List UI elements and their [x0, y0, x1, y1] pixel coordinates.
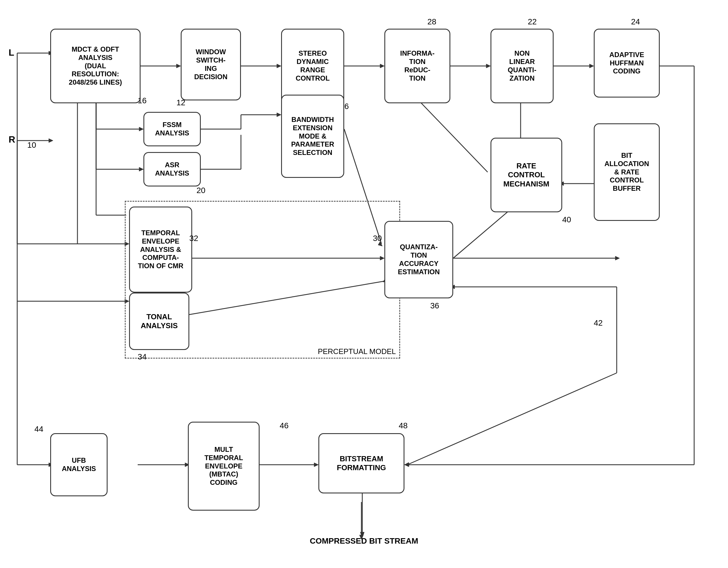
block-window: WINDOW SWITCH- ING DECISION: [181, 29, 241, 100]
block-fssm: FSSM ANALYSIS: [143, 112, 201, 146]
svg-marker-74: [360, 532, 364, 538]
R-label: R: [9, 134, 15, 145]
svg-marker-59: [314, 463, 318, 467]
block-mult: MULT TEMPORAL ENVELOPE (MBTAC) CODING: [188, 422, 260, 511]
block-bandwidth: BANDWIDTH EXTENSION MODE & PARAMETER SEL…: [281, 95, 344, 178]
ref-44: 44: [34, 425, 43, 434]
block-nonlinear: NON LINEAR QUANTI- ZATION: [490, 29, 554, 103]
ref-34: 34: [138, 352, 147, 361]
block-huffman: ADAPTIVE HUFFMAN CODING: [594, 29, 660, 98]
svg-marker-10: [380, 64, 384, 68]
block-stereo: STEREO DYNAMIC RANGE CONTROL: [281, 29, 344, 103]
ref-48: 48: [399, 421, 408, 430]
ref-16: 16: [138, 96, 147, 105]
block-ufb: UFB ANALYSIS: [50, 433, 108, 496]
block-mdct: MDCT & ODFT ANALYSIS (DUAL RESOLUTION: 2…: [50, 29, 141, 103]
ref-40: 40: [562, 215, 571, 224]
diagram: L R 10 MDCT & ODFT ANALYSIS (DUAL RESOLU…: [0, 0, 728, 568]
svg-marker-27: [277, 113, 281, 117]
block-rate: RATE CONTROL MECHANISM: [490, 138, 562, 212]
ref-36: 36: [430, 301, 439, 310]
svg-marker-70: [615, 256, 620, 260]
svg-marker-65: [404, 463, 409, 467]
block-asr: ASR ANALYSIS: [143, 152, 201, 186]
ref-32: 32: [189, 234, 198, 243]
block-bit: BIT ALLOCATION & RATE CONTROL BUFFER: [594, 123, 660, 221]
svg-marker-20: [139, 167, 143, 171]
block-quant: QUANTIZA- TION ACCURACY ESTIMATION: [384, 221, 453, 298]
svg-marker-68: [404, 462, 409, 466]
svg-marker-17: [139, 127, 143, 131]
svg-line-67: [407, 373, 617, 465]
svg-marker-12: [486, 64, 490, 68]
ref-28: 28: [427, 17, 436, 26]
L-label: L: [9, 47, 14, 58]
svg-marker-3: [49, 139, 53, 143]
perceptual-label: PERCEPTUAL MODEL: [314, 345, 399, 358]
ref-22: 22: [528, 17, 537, 26]
block-bitstream: BITSTREAM FORMATTING: [318, 433, 404, 493]
ref-12: 12: [176, 98, 185, 107]
block-info: INFORMA- TION ReDUC- TION: [384, 29, 450, 103]
ref-42: 42: [594, 318, 603, 328]
svg-marker-8: [277, 64, 281, 68]
ref-20: 20: [196, 186, 205, 195]
svg-marker-14: [589, 64, 594, 68]
block-temporal: TEMPORAL ENVELOPE ANALYSIS & COMPUTA- TI…: [129, 207, 192, 293]
svg-marker-6: [176, 64, 181, 68]
block-tonal: TONAL ANALYSIS: [129, 293, 189, 350]
ref-30: 30: [373, 234, 382, 243]
ref-24: 24: [631, 17, 640, 26]
svg-line-36: [416, 98, 488, 172]
ref-46: 46: [280, 421, 289, 430]
compressed-arrow: [358, 493, 367, 539]
ref-10: 10: [27, 141, 36, 150]
